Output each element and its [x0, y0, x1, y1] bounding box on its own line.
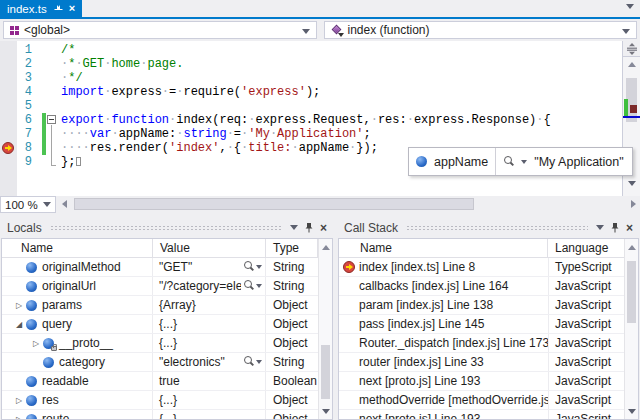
code-line[interactable]: 5: [0, 99, 622, 113]
callstack-titlebar[interactable]: Call Stack ×: [338, 217, 639, 238]
close-icon[interactable]: ×: [626, 222, 633, 234]
pin-icon[interactable]: [610, 222, 620, 233]
split-window-handle[interactable]: [623, 41, 640, 57]
expander-icon[interactable]: ▷: [12, 410, 26, 419]
code-text: ····res.render('index',·{·title:·appName…: [37, 141, 378, 155]
table-row[interactable]: next [proto.js] Line 193JavaScript: [339, 372, 624, 391]
tab-list-dropdown-icon[interactable]: [626, 4, 634, 9]
table-row[interactable]: param [index.js] Line 138JavaScript: [339, 296, 624, 315]
callstack-scrollbar[interactable]: [624, 239, 638, 419]
scroll-down-arrow[interactable]: [628, 409, 636, 414]
table-row[interactable]: ▷route{...}Object: [2, 410, 318, 419]
column-header-language[interactable]: Language: [548, 239, 624, 257]
table-row[interactable]: next [proto.js] Line 193JavaScript: [339, 410, 624, 419]
table-row[interactable]: index [index.ts] Line 8TypeScript: [339, 258, 624, 277]
frame-cell: next [proto.js] Line 193: [339, 372, 548, 390]
magnifier-dropdown-icon[interactable]: [256, 265, 262, 269]
variable-name: res: [42, 393, 59, 407]
table-row[interactable]: ▷res{...}Object: [2, 391, 318, 410]
scroll-down-arrow[interactable]: [628, 181, 636, 186]
table-row[interactable]: readabletrueBoolean: [2, 372, 318, 391]
column-header-name[interactable]: Name: [339, 239, 548, 257]
table-row[interactable]: ▷params{Array}Object: [2, 296, 318, 315]
scroll-up-arrow[interactable]: [322, 245, 330, 250]
variable-name: route: [42, 412, 69, 419]
scrollbar-thumb[interactable]: [74, 198, 474, 210]
variable-type: Boolean: [273, 374, 317, 388]
magnifier-dropdown-icon[interactable]: [256, 360, 262, 364]
code-line[interactable]: 2·*·GET·home·page.: [0, 57, 622, 71]
table-row[interactable]: methodOverride [methodOverride.jsJavaScr…: [339, 391, 624, 410]
locals-header[interactable]: Name Value Type: [2, 239, 318, 258]
magnifier-icon[interactable]: [243, 356, 254, 367]
scrollbar-thumb[interactable]: [627, 261, 636, 323]
locals-scrollbar[interactable]: [318, 239, 332, 419]
scope-dropdown[interactable]: <global>: [3, 21, 317, 39]
column-header-type[interactable]: Type: [266, 239, 318, 257]
frame-language: JavaScript: [555, 317, 611, 331]
scroll-up-arrow[interactable]: [628, 245, 636, 250]
code-line[interactable]: 6export·function·index(req:·express.Requ…: [0, 113, 622, 127]
panel-title: Locals: [7, 221, 42, 235]
member-dropdown-label: index (function): [348, 23, 430, 37]
table-row[interactable]: router [index.js] Line 33JavaScript: [339, 353, 624, 372]
frame-cell: methodOverride [methodOverride.js: [339, 391, 548, 409]
locals-titlebar[interactable]: Locals ×: [1, 217, 333, 238]
member-dropdown[interactable]: index (function): [324, 21, 638, 39]
magnifier-icon[interactable]: [503, 156, 514, 167]
table-row[interactable]: Router._dispatch [index.js] Line 173Java…: [339, 334, 624, 353]
scroll-up-arrow[interactable]: [628, 62, 636, 67]
window-position-icon[interactable]: [596, 225, 604, 230]
line-number: 4: [0, 85, 37, 99]
variable-value: true: [159, 374, 180, 388]
magnifier-dropdown-icon[interactable]: [256, 284, 262, 288]
scroll-down-arrow[interactable]: [322, 409, 330, 414]
type-cell: String: [266, 277, 318, 295]
table-row[interactable]: originalUrl"/?category=eleString: [2, 277, 318, 296]
table-row[interactable]: ▷__proto__{...}Object: [2, 334, 318, 353]
name-cell: category: [2, 353, 153, 371]
code-line[interactable]: 4import·express·=·require('express');: [0, 85, 622, 99]
pin-icon[interactable]: [53, 4, 63, 14]
frame-name: next [proto.js] Line 193: [359, 412, 480, 419]
table-row[interactable]: callbacks [index.js] Line 164JavaScript: [339, 277, 624, 296]
table-row[interactable]: pass [index.js] Line 145JavaScript: [339, 315, 624, 334]
frame-cell: param [index.js] Line 138: [339, 296, 548, 314]
column-header-name[interactable]: Name: [2, 239, 153, 257]
window-position-icon[interactable]: [290, 225, 298, 230]
magnifier-dropdown-icon[interactable]: [521, 160, 527, 164]
language-cell: TypeScript: [548, 258, 624, 276]
variable-type: Object: [273, 317, 308, 331]
line-number: 9: [0, 155, 37, 169]
pin-icon[interactable]: [304, 222, 314, 233]
expander-icon[interactable]: ◢: [12, 315, 26, 333]
table-row[interactable]: ◢query{...}Object: [2, 315, 318, 334]
code-text: import·express·=·require('express');: [37, 85, 320, 99]
field-icon: [26, 376, 37, 387]
close-icon[interactable]: ×: [320, 222, 327, 234]
code-line[interactable]: 7····var·appName:·string·=·'My·Applicati…: [0, 127, 622, 141]
column-header-value[interactable]: Value: [153, 239, 266, 257]
scrollbar-thumb[interactable]: [321, 345, 330, 399]
ide-window: index.ts × <global> index (function) 1/*…: [0, 0, 640, 420]
name-cell: readable: [2, 372, 153, 390]
frame-language: JavaScript: [555, 355, 611, 369]
zoom-dropdown[interactable]: 100 %: [0, 196, 56, 213]
callstack-header[interactable]: Name Language: [339, 239, 624, 258]
code-line[interactable]: 1/*: [0, 43, 622, 57]
field-icon: [43, 338, 54, 349]
scroll-right-arrow[interactable]: [631, 200, 636, 208]
editor-horizontal-scrollbar[interactable]: [60, 196, 640, 213]
magnifier-icon[interactable]: [243, 261, 254, 272]
code-line[interactable]: 3·*/: [0, 71, 622, 85]
magnifier-icon[interactable]: [243, 280, 254, 291]
debugger-datatip[interactable]: appName "My Application": [408, 147, 633, 176]
expander-icon[interactable]: ▷: [29, 334, 43, 352]
table-row[interactable]: category"electronics"String: [2, 353, 318, 372]
expander-icon[interactable]: ▷: [12, 296, 26, 314]
table-row[interactable]: originalMethod"GET"String: [2, 258, 318, 277]
scroll-left-arrow[interactable]: [62, 200, 67, 208]
close-icon[interactable]: ×: [69, 3, 75, 14]
expander-icon[interactable]: ▷: [12, 391, 26, 409]
tab-index-ts[interactable]: index.ts ×: [0, 0, 82, 17]
